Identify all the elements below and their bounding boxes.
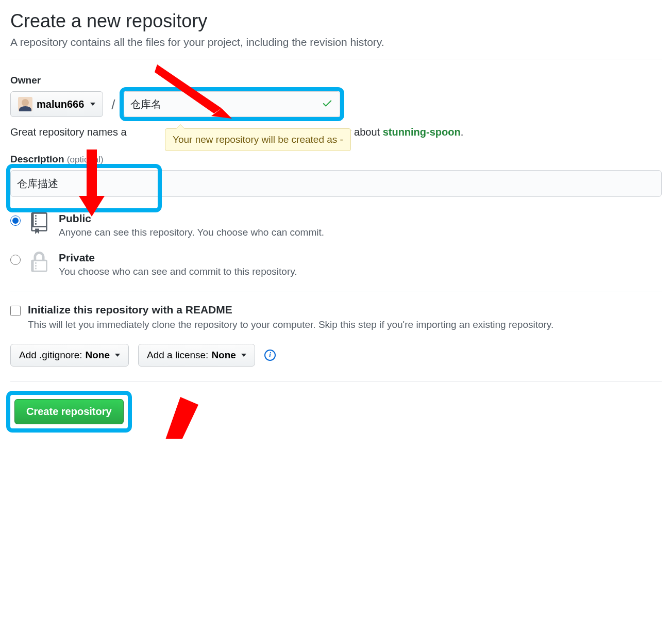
page-title: Create a new repository xyxy=(10,10,662,32)
create-repository-button[interactable]: Create repository xyxy=(14,399,124,424)
repo-icon xyxy=(30,212,49,236)
repo-name-input[interactable] xyxy=(124,91,340,117)
divider xyxy=(10,59,662,59)
optional-text: (optional) xyxy=(67,155,104,164)
init-readme-checkbox[interactable] xyxy=(10,306,21,316)
init-desc: This will let you immediately clone the … xyxy=(28,319,553,330)
hint-prefix: Great repository names a xyxy=(10,126,127,138)
visibility-public-radio[interactable] xyxy=(10,215,21,226)
caret-down-icon xyxy=(90,103,95,106)
public-title: Public xyxy=(59,212,324,225)
owner-select[interactable]: malun666 xyxy=(10,91,103,117)
license-select[interactable]: Add a license: None xyxy=(138,344,255,367)
caret-down-icon xyxy=(115,354,120,357)
suggestion-link[interactable]: stunning-spoon xyxy=(383,126,461,138)
gitignore-select[interactable]: Add .gitignore: None xyxy=(10,344,129,367)
description-label: Description (optional) xyxy=(10,154,662,165)
init-title: Initialize this repository with a README xyxy=(28,304,553,316)
divider xyxy=(10,381,662,381)
owner-label: Owner xyxy=(10,75,103,86)
private-title: Private xyxy=(59,252,297,264)
divider xyxy=(10,291,662,291)
svg-marker-3 xyxy=(137,397,198,439)
repo-name-tooltip: Your new repository will be created as - xyxy=(165,128,351,151)
avatar xyxy=(18,97,32,111)
public-desc: Anyone can see this repository. You choo… xyxy=(59,227,324,238)
create-button-highlight: Create repository xyxy=(10,395,128,428)
page-subtitle: A repository contains all the files for … xyxy=(10,36,662,48)
repo-name-highlight xyxy=(124,91,340,117)
info-icon[interactable]: i xyxy=(264,350,276,361)
private-desc: You choose who can see and commit to thi… xyxy=(59,266,297,277)
license-value: None xyxy=(211,350,236,361)
caret-down-icon xyxy=(241,354,246,357)
slash-separator: / xyxy=(109,97,117,117)
annotation-arrow xyxy=(134,397,201,439)
check-icon xyxy=(322,97,333,111)
description-input[interactable] xyxy=(10,170,662,197)
owner-username: malun666 xyxy=(37,98,84,110)
visibility-private-radio[interactable] xyxy=(10,255,21,265)
lock-icon xyxy=(30,252,49,275)
gitignore-value: None xyxy=(86,350,110,361)
